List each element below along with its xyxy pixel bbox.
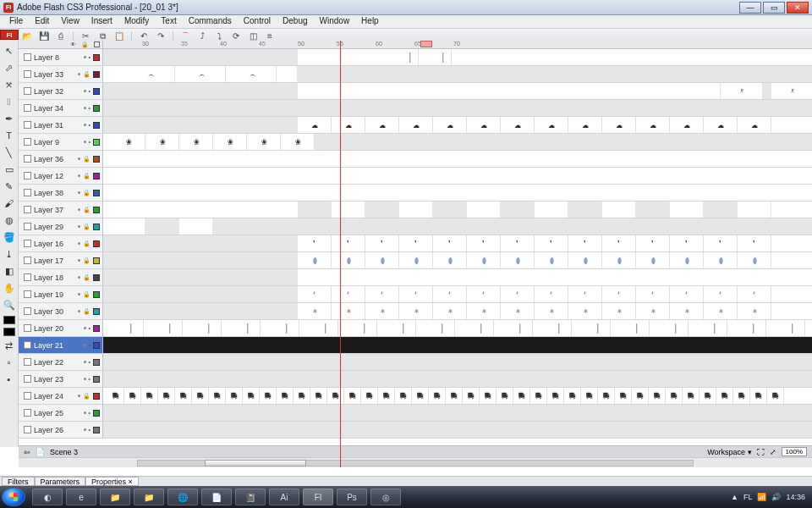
frames-track[interactable] <box>103 371 812 387</box>
frame-span[interactable] <box>103 354 812 370</box>
properties-tab[interactable]: Filters <box>2 477 35 486</box>
frame-thumbnail[interactable]: ✶ <box>535 303 568 319</box>
show-all-icon[interactable]: ⤢ <box>770 448 776 456</box>
frame-thumbnail[interactable]: │ <box>626 320 650 336</box>
stage-horizontal-scrollbar[interactable] <box>19 457 812 467</box>
tray-icon[interactable]: 🔊 <box>771 493 781 501</box>
eyedropper-tool[interactable]: ⤓ <box>1 246 18 262</box>
pencil-tool[interactable]: ✎ <box>1 179 18 194</box>
frame-thumbnail[interactable]: │ <box>665 320 689 336</box>
layer-lock-icon[interactable]: 🔒 <box>83 190 91 196</box>
frames-track[interactable] <box>103 202 812 218</box>
layer-label[interactable]: Layer 18🔒 <box>19 269 103 285</box>
frame-span[interactable] <box>636 202 670 218</box>
frame-thumbnail[interactable]: │ <box>548 320 572 336</box>
layer-lock-icon[interactable]: 🔒 <box>83 240 91 247</box>
frames-track[interactable]: ⛟⛟⛟⛟⛟⛟⛟⛟⛟⛟⛟⛟⛟⛟⛟⛟⛟⛟⛟⛟⛟⛟⛟⛟⛟⛟⛟⛟⛟⛟⛟⛟⛟⛟⛟⛟⛟⛟⛟⛟ <box>103 388 812 404</box>
frame-thumbnail[interactable]: ❛ <box>535 286 568 302</box>
layer-lock-icon[interactable]: 🔒 <box>83 173 91 179</box>
frame-thumbnail[interactable]: ❛ <box>467 286 501 302</box>
layer-label[interactable]: Layer 24🔒 <box>19 388 103 404</box>
layer-label[interactable]: Layer 29🔒 <box>19 218 103 235</box>
frames-track[interactable] <box>103 100 812 116</box>
layer-lock-icon[interactable]: 🔒 <box>83 156 91 163</box>
frame-span[interactable] <box>103 49 298 65</box>
back-scene-button[interactable]: ⇦ <box>24 448 30 456</box>
layer-outline-color[interactable] <box>93 257 100 264</box>
layer-label[interactable]: Layer 30🔒 <box>19 303 103 319</box>
layer-label[interactable]: Layer 25• <box>19 405 103 421</box>
text-tool[interactable]: T <box>1 128 18 143</box>
frame-span[interactable] <box>501 202 535 218</box>
frame-thumbnail[interactable]: ❛ <box>636 286 670 302</box>
layer-outline-color[interactable] <box>93 54 100 61</box>
frame-thumbnail[interactable]: │ <box>782 320 805 336</box>
layer-outline-color[interactable] <box>93 173 100 179</box>
frame-span[interactable] <box>433 202 467 218</box>
layer-lock-icon[interactable]: 🔒 <box>83 291 91 298</box>
frame-thumbnail[interactable]: ⛟ <box>175 388 192 404</box>
frames-track[interactable]: ⬮⬮⬮⬮⬮⬮⬮⬮⬮⬮⬮⬮⬮⬮ <box>103 252 812 268</box>
layer-lock-icon[interactable]: 🔒 <box>83 393 91 400</box>
frame-thumbnail[interactable]: ⛟ <box>632 388 649 404</box>
layer-label[interactable]: Layer 19🔒 <box>19 286 103 302</box>
frame-thumbnail[interactable]: │ <box>354 320 377 336</box>
frame-thumbnail[interactable]: ⛟ <box>666 388 683 404</box>
outline-color-column-icon[interactable] <box>94 41 100 47</box>
frame-span[interactable] <box>103 371 812 387</box>
frame-span[interactable] <box>103 168 812 184</box>
frame-thumbnail[interactable]: ☁ <box>433 117 467 133</box>
option-button-b[interactable]: ▪ <box>1 372 18 387</box>
frames-track[interactable] <box>103 405 812 421</box>
frame-thumbnail[interactable]: ︵ <box>129 66 175 82</box>
frame-thumbnail[interactable]: ⛟ <box>192 388 209 404</box>
layer-label[interactable]: Layer 21• <box>19 337 103 353</box>
taskbar-clock[interactable]: 14:36 <box>786 493 805 501</box>
frame-span[interactable] <box>298 83 721 99</box>
frame-thumbnail[interactable]: ✶ <box>332 303 365 319</box>
frame-thumbnail[interactable]: ⛟ <box>581 388 598 404</box>
playhead-marker[interactable] <box>420 41 432 47</box>
layer-outline-color[interactable] <box>93 274 100 281</box>
frame-thumbnail[interactable]: ⛟ <box>480 388 497 404</box>
layer-outline-color[interactable] <box>93 71 100 78</box>
layer-label[interactable]: Layer 12🔒 <box>19 168 103 184</box>
menu-debug[interactable]: Debug <box>277 15 313 28</box>
frames-track[interactable] <box>103 354 812 370</box>
frame-thumbnail[interactable]: ⛟ <box>598 388 615 404</box>
frame-thumbnail[interactable]: ☁ <box>670 117 704 133</box>
frame-thumbnail[interactable]: ❜ <box>399 235 433 251</box>
frame-thumbnail[interactable]: ❜ <box>670 235 704 251</box>
tray-icon[interactable]: 📶 <box>757 493 766 501</box>
free-transform-tool[interactable]: ⤧ <box>1 77 18 92</box>
frame-thumbnail[interactable]: ⬮ <box>433 252 467 268</box>
frame-thumbnail[interactable]: ❛ <box>365 286 399 302</box>
frame-span[interactable] <box>298 202 332 218</box>
frames-track[interactable] <box>103 151 812 167</box>
frame-thumbnail[interactable]: ⛟ <box>344 388 361 404</box>
selection-tool[interactable]: ↖ <box>1 43 18 58</box>
frame-thumbnail[interactable]: ⛟ <box>412 388 429 404</box>
frame-thumbnail[interactable]: ⛟ <box>615 388 632 404</box>
frame-thumbnail[interactable]: │ <box>509 320 533 336</box>
taskbar-app-button[interactable]: 📁 <box>134 489 164 505</box>
frames-track[interactable]: ✶✶✶✶✶✶✶✶✶✶✶✶✶✶ <box>103 303 812 319</box>
taskbar-app-button[interactable]: Fl <box>303 489 333 505</box>
frame-thumbnail[interactable]: ︵ <box>230 66 277 82</box>
toggle-lock-column-icon[interactable] <box>81 41 89 48</box>
frame-thumbnail[interactable]: │ <box>743 320 766 336</box>
frame-thumbnail[interactable]: ⛟ <box>226 388 243 404</box>
frames-track[interactable]: ☁☁☁☁☁☁☁☁☁☁☁☁☁☁ <box>103 117 812 133</box>
frame-thumbnail[interactable]: ⬮ <box>399 252 433 268</box>
frame-thumbnail[interactable]: ⛟ <box>395 388 412 404</box>
layer-outline-color[interactable] <box>93 410 100 417</box>
layer-label[interactable]: Layer 23• <box>19 371 103 387</box>
frame-thumbnail[interactable]: ❛ <box>704 286 738 302</box>
frame-span[interactable] <box>103 269 298 285</box>
frame-thumbnail[interactable]: ⬮ <box>602 252 636 268</box>
layer-outline-color[interactable] <box>93 207 100 213</box>
frame-span[interactable] <box>103 185 812 201</box>
layer-lock-icon[interactable]: 🔒 <box>83 308 91 315</box>
frame-span[interactable] <box>365 202 399 218</box>
layer-label[interactable]: Layer 16🔒 <box>19 235 103 251</box>
